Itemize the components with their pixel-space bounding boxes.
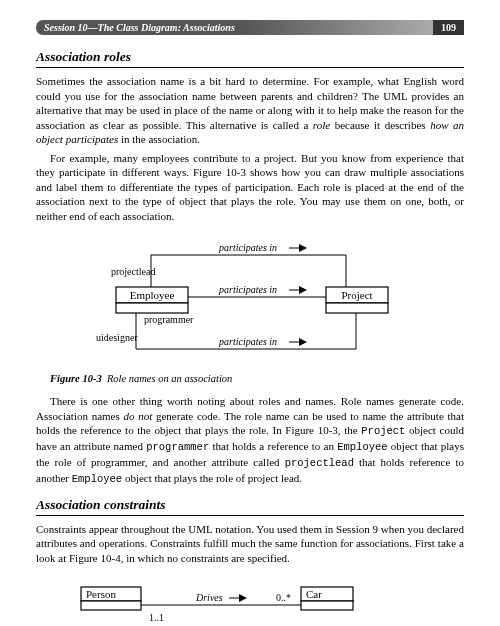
text: object that plays the role of project le… (122, 472, 302, 484)
code-programmer: programmer (146, 441, 209, 453)
svg-rect-8 (326, 303, 388, 313)
label-participates-1: participates in (218, 242, 277, 253)
text: because it describes (330, 119, 430, 131)
text: that holds a reference to an (209, 440, 337, 452)
section-heading-constraints: Association constraints (36, 497, 464, 516)
class-project: Project (341, 289, 372, 301)
code-employee: Employee (337, 441, 387, 453)
svg-rect-20 (301, 601, 353, 610)
code-employee-2: Employee (72, 473, 122, 485)
figure-10-3: projectlead participates in Employee Pro… (36, 237, 464, 384)
diagram-constraints: Person Car Drives 0..* 1..1 (36, 579, 396, 626)
class-person: Person (86, 588, 116, 600)
mult-left: 1..1 (149, 612, 164, 623)
para-constraints-1: Constraints appear throughout the UML no… (36, 522, 464, 566)
figure-10-4: Person Car Drives 0..* 1..1 Figure 10-4 … (36, 579, 464, 626)
code-projectlead: projectlead (285, 457, 354, 469)
code-project: Project (361, 425, 405, 437)
role-projectlead: projectlead (111, 266, 155, 277)
term-role: role (313, 119, 330, 131)
page-header: Session 10—The Class Diagram: Associatio… (36, 20, 464, 35)
role-uidesigner: uidesigner (96, 332, 138, 343)
mult-right: 0..* (276, 592, 291, 603)
figure-number: Figure 10-3 (50, 373, 102, 384)
svg-marker-23 (239, 594, 247, 602)
svg-rect-18 (81, 601, 141, 610)
role-programmer: programmer (144, 314, 194, 325)
page: Session 10—The Class Diagram: Associatio… (0, 0, 500, 626)
figure-title: Role names on an association (107, 373, 232, 384)
term-donot: do not (123, 410, 152, 422)
figure-10-3-caption: Figure 10-3 Role names on an association (50, 373, 464, 384)
class-car: Car (306, 588, 322, 600)
svg-marker-16 (299, 338, 307, 346)
label-drives: Drives (195, 592, 223, 603)
label-participates-3: participates in (218, 336, 277, 347)
page-number: 109 (433, 20, 464, 35)
svg-rect-6 (116, 303, 188, 313)
para-roles-3: There is one other thing worth noting ab… (36, 394, 464, 486)
label-participates-2: participates in (218, 284, 277, 295)
svg-marker-4 (299, 244, 307, 252)
text: in the association. (118, 133, 200, 145)
session-title: Session 10—The Class Diagram: Associatio… (36, 20, 243, 35)
diagram-associations: projectlead participates in Employee Pro… (36, 237, 436, 367)
section-heading-roles: Association roles (36, 49, 464, 68)
header-gradient (243, 20, 433, 35)
para-roles-1: Sometimes the association name is a bit … (36, 74, 464, 147)
para-roles-2: For example, many employees contribute t… (36, 151, 464, 224)
class-employee: Employee (130, 289, 175, 301)
svg-marker-11 (299, 286, 307, 294)
